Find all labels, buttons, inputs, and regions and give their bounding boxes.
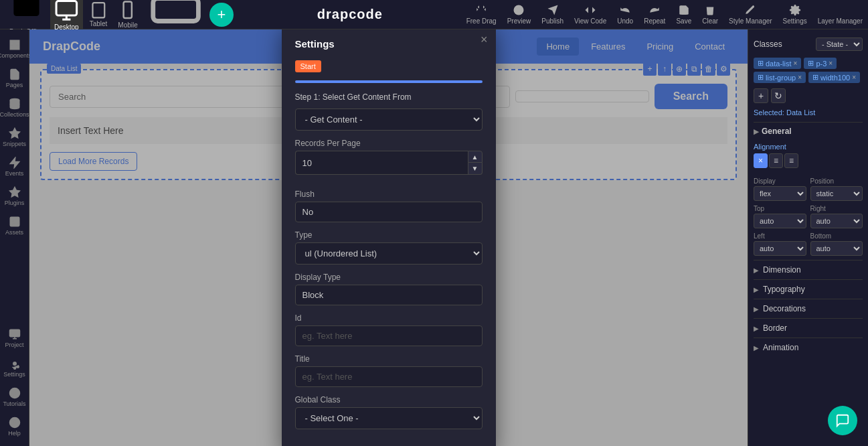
state-select[interactable]: - State -: [816, 38, 863, 51]
flush-input[interactable]: [295, 202, 483, 222]
topbar-right: Free Drag Preview Publish View Code Undo…: [466, 4, 863, 25]
id-label: Id: [295, 313, 483, 323]
view-code-btn[interactable]: View Code: [574, 4, 606, 25]
tag-icon: ⊞: [808, 59, 814, 68]
publish-btn[interactable]: Publish: [541, 4, 563, 25]
title-input[interactable]: [295, 366, 483, 387]
tag-add-btn[interactable]: +: [754, 88, 768, 103]
left-bottom-row: Left auto Bottom auto: [754, 232, 863, 256]
display-position-row: Display flex Position static: [754, 177, 863, 201]
records-down-btn[interactable]: ▼: [468, 163, 483, 175]
free-drag-btn[interactable]: Free Drag: [466, 4, 497, 25]
type-group: Type ul (Unordered List): [295, 230, 483, 265]
display-col: Display flex: [754, 177, 806, 201]
align-right-btn[interactable]: ≡: [784, 153, 798, 168]
global-class-select[interactable]: - Select One -: [295, 407, 483, 429]
align-left-btn[interactable]: ×: [754, 153, 768, 168]
tag-icon: ⊞: [758, 73, 764, 82]
undo-btn[interactable]: Undo: [617, 4, 633, 25]
sidebar-item-help[interactable]: Help: [1, 413, 29, 441]
clear-btn[interactable]: Clear: [702, 4, 718, 25]
tag-width100-remove[interactable]: ×: [852, 74, 856, 81]
tag-refresh-btn[interactable]: ↻: [771, 88, 786, 103]
decorations-section: ▶ Decorations: [754, 299, 863, 318]
sidebar-item-plugins[interactable]: Plugins: [1, 182, 29, 210]
classes-label: Classes: [754, 40, 782, 49]
border-arrow: ▶: [754, 325, 759, 332]
sidebar-item-pages[interactable]: Pages: [1, 64, 29, 92]
border-label: Border: [763, 323, 787, 333]
svg-rect-16: [15, 46, 19, 50]
animation-label: Animation: [763, 343, 798, 352]
step-label: Step 1: Select Get Content From: [295, 92, 483, 102]
add-component-btn[interactable]: +: [209, 3, 234, 27]
animation-arrow: ▶: [754, 344, 759, 352]
sidebar-item-tutorials[interactable]: Tutorials: [1, 383, 29, 411]
decorations-arrow: ▶: [754, 305, 759, 313]
repeat-btn[interactable]: Repeat: [644, 4, 665, 25]
desktop-btn[interactable]: Desktop: [50, 0, 83, 33]
svg-rect-1: [56, 1, 77, 15]
typography-header[interactable]: ▶ Typography: [754, 280, 863, 299]
alignment-section: Alignment × ≡ ≡: [754, 139, 863, 177]
modal-title: Settings: [295, 38, 483, 50]
top-select[interactable]: auto: [754, 214, 806, 228]
tag-width100: ⊞ width100 ×: [808, 72, 860, 83]
sidebar-item-assets[interactable]: Assets: [1, 212, 29, 240]
tag-row: ⊞ data-list × ⊞ p-3 × ⊞ list-group × ⊞ w…: [754, 58, 863, 83]
dimension-header[interactable]: ▶ Dimension: [754, 261, 863, 279]
sidebar-item-components[interactable]: Components: [1, 35, 29, 63]
main-layout: Components Pages Collections Snippets Ev…: [0, 29, 868, 446]
tag-icon: ⊞: [758, 59, 764, 68]
preview-btn[interactable]: Preview: [507, 4, 531, 25]
dimension-label: Dimension: [763, 265, 801, 275]
position-col: Position static: [810, 177, 863, 201]
left-select[interactable]: auto: [754, 241, 806, 256]
records-per-page-label: Records Per Page: [295, 139, 483, 148]
global-class-group: Global Class - Select One -: [295, 395, 483, 429]
general-section[interactable]: ▶ General: [754, 122, 863, 139]
svg-rect-6: [124, 2, 132, 19]
bottom-select[interactable]: auto: [810, 241, 863, 256]
sidebar-item-settings[interactable]: Settings: [1, 354, 29, 382]
records-per-page-input[interactable]: [295, 151, 468, 175]
save-btn[interactable]: Save: [676, 4, 691, 25]
right-select[interactable]: auto: [810, 214, 863, 228]
position-select[interactable]: static: [810, 186, 863, 201]
sidebar-item-project[interactable]: Project: [1, 324, 29, 352]
style-manager-btn[interactable]: Style Manager: [729, 4, 772, 25]
tag-data-list-remove[interactable]: ×: [794, 60, 798, 67]
decorations-header[interactable]: ▶ Decorations: [754, 299, 863, 318]
records-up-btn[interactable]: ▲: [468, 151, 483, 163]
sidebar-item-collections[interactable]: Collections: [1, 94, 29, 122]
modal-close-btn[interactable]: ×: [481, 33, 488, 47]
type-label: Type: [295, 230, 483, 240]
chat-bubble[interactable]: [828, 406, 857, 435]
border-header[interactable]: ▶ Border: [754, 319, 863, 338]
sidebar-item-snippets[interactable]: Snippets: [1, 123, 29, 151]
tag-list-group-remove[interactable]: ×: [798, 74, 802, 81]
settings-btn[interactable]: Settings: [783, 4, 807, 25]
id-input[interactable]: [295, 325, 483, 346]
layer-manager-btn[interactable]: Layer Manager: [818, 4, 863, 25]
align-center-btn[interactable]: ≡: [769, 153, 783, 168]
modal-overlay: Settings × Start Step 1: Select Get Cont…: [29, 29, 748, 446]
get-content-select[interactable]: - Get Content -: [295, 108, 483, 131]
tag-data-list: ⊞ data-list ×: [754, 58, 801, 69]
position-label: Position: [810, 177, 863, 185]
tag-p3-remove[interactable]: ×: [829, 60, 833, 67]
sidebar-item-events[interactable]: Events: [1, 153, 29, 181]
mobile-btn[interactable]: Mobile: [114, 0, 141, 31]
type-select[interactable]: ul (Unordered List): [295, 242, 483, 265]
display-type-input[interactable]: [295, 285, 483, 305]
top-col: Top auto: [754, 205, 806, 228]
display-select[interactable]: flex: [754, 186, 806, 201]
start-badge: Start: [295, 60, 321, 72]
animation-header[interactable]: ▶ Animation: [754, 338, 863, 357]
app-name: drapcode: [317, 7, 383, 22]
flush-group: Flush: [295, 190, 483, 222]
tablet-btn[interactable]: Tablet: [86, 0, 112, 30]
display-label: Display: [754, 177, 806, 185]
typography-label: Typography: [763, 285, 805, 294]
general-arrow: ▶: [754, 128, 759, 135]
